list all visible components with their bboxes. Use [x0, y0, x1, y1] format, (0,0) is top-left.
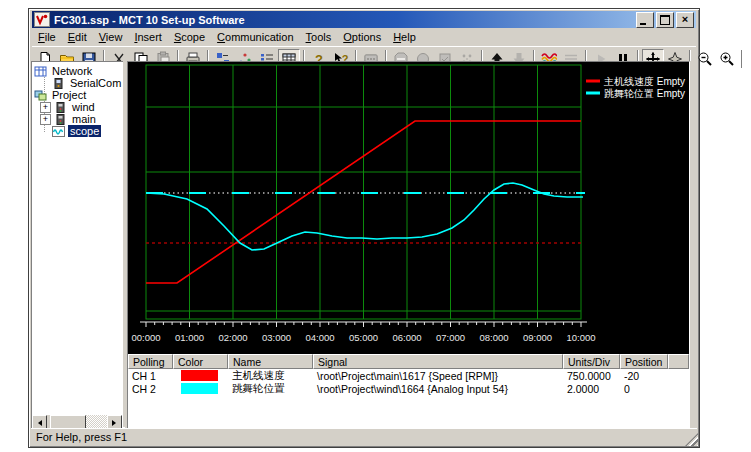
channel-color-swatch	[173, 370, 228, 381]
column-header-spacer[interactable]	[668, 354, 689, 369]
tree-item-network[interactable]: Network	[32, 65, 124, 77]
client-area: NetworkSerialComProject+wind+mainscope 0…	[31, 61, 695, 427]
app-window: FC301.ssp - MCT 10 Set-up Software × Fil…	[28, 8, 700, 448]
menu-edit[interactable]: Edit	[62, 30, 93, 44]
expand-icon[interactable]: +	[40, 114, 51, 125]
x-axis-label: 02:000	[218, 332, 247, 343]
maximize-button[interactable]	[656, 12, 674, 28]
scroll-right-button[interactable]	[107, 415, 122, 429]
scrollbar-thumb[interactable]	[50, 415, 86, 429]
x-axis-label: 09:000	[523, 332, 552, 343]
menu-scope[interactable]: Scope	[168, 30, 211, 44]
scroll-left-icon	[35, 420, 42, 426]
channel-table-body: CH 1主机线速度\root\Project\main\1617 {Speed …	[128, 369, 689, 395]
legend-label: 跳舞轮位置 Empty	[604, 88, 685, 99]
minimize-icon	[640, 23, 646, 25]
serial-icon	[52, 78, 65, 89]
cell-units-div: 750.0000	[563, 370, 620, 382]
menu-view[interactable]: View	[93, 30, 129, 44]
menu-bar: FileEditViewInsertScopeCommunicationTool…	[32, 29, 696, 45]
column-header-name[interactable]: Name	[228, 354, 313, 369]
minimize-button[interactable]	[636, 12, 654, 28]
cell-position: 0	[620, 383, 668, 395]
drive-icon	[54, 114, 67, 125]
pointer-button[interactable]	[746, 49, 751, 69]
scope-chart: 00:00001:00002:00003:00004:00005:00006:0…	[128, 62, 689, 354]
tree-item-wind[interactable]: +wind	[32, 101, 124, 113]
column-header-position[interactable]: Position	[620, 354, 668, 369]
project-tree-panel: NetworkSerialComProject+wind+mainscope	[31, 61, 125, 429]
cell-units-div: 2.0000	[563, 383, 620, 395]
zoom-out-icon	[697, 51, 713, 67]
project-icon	[34, 90, 47, 101]
x-axis-label: 03:000	[262, 332, 291, 343]
x-axis-label: 01:000	[175, 332, 204, 343]
tree-label[interactable]: SerialCom	[68, 77, 123, 89]
menu-file[interactable]: File	[32, 30, 62, 44]
project-tree: NetworkSerialComProject+wind+mainscope	[32, 65, 124, 137]
menu-help[interactable]: Help	[387, 30, 422, 44]
tree-item-project[interactable]: Project	[32, 89, 124, 101]
channel-table-header[interactable]: PollingColorNameSignalUnits/DivPosition	[128, 354, 689, 369]
tree-item-serialcom[interactable]: SerialCom	[32, 77, 124, 89]
tree-label[interactable]: main	[70, 113, 98, 125]
tree-label[interactable]: Network	[50, 65, 94, 77]
tree-label[interactable]: wind	[70, 101, 97, 113]
menu-tools[interactable]: Tools	[300, 30, 338, 44]
x-axis-label: 00:000	[131, 332, 160, 343]
drive-icon	[54, 102, 67, 113]
table-row[interactable]: CH 1主机线速度\root\Project\main\1617 {Speed …	[128, 369, 689, 382]
x-axis-label: 08:000	[479, 332, 508, 343]
menu-communication[interactable]: Communication	[211, 30, 299, 44]
zoom-in-icon	[719, 51, 735, 67]
window-title: FC301.ssp - MCT 10 Set-up Software	[54, 14, 634, 26]
cell-polling: CH 2	[128, 383, 173, 395]
legend-label: 主机线速度 Empty	[603, 76, 685, 87]
scroll-left-button[interactable]	[32, 415, 47, 429]
scope-pane: 00:00001:00002:00003:00004:00005:00006:0…	[127, 61, 690, 429]
channel-table: PollingColorNameSignalUnits/DivPosition …	[128, 354, 689, 428]
cell-signal: \root\Project\main\1617 {Speed [RPM]}	[313, 370, 563, 382]
column-header-signal[interactable]: Signal	[313, 354, 563, 369]
cell-name: 跳舞轮位置	[228, 382, 313, 396]
scope-icon	[52, 126, 65, 137]
x-axis-label: 04:000	[305, 332, 334, 343]
zoom-out-button[interactable]	[694, 49, 716, 69]
menu-insert[interactable]: Insert	[128, 30, 168, 44]
app-icon	[34, 12, 50, 27]
column-header-units-div[interactable]: Units/Div	[563, 354, 620, 369]
x-axis-label: 06:000	[392, 332, 421, 343]
network-icon	[34, 66, 47, 77]
cell-position: -20	[620, 370, 668, 382]
column-header-color[interactable]: Color	[173, 354, 228, 369]
scrollbar-track[interactable]	[86, 415, 107, 428]
title-bar[interactable]: FC301.ssp - MCT 10 Set-up Software ×	[32, 11, 696, 28]
column-header-polling[interactable]: Polling	[128, 354, 173, 369]
tree-horizontal-scrollbar[interactable]	[32, 415, 122, 428]
close-icon: ×	[677, 13, 693, 27]
status-text: For Help, press F1	[36, 431, 127, 443]
table-row[interactable]: CH 2跳舞轮位置\root\Project\wind\1664 {Analog…	[128, 382, 689, 395]
tree-label[interactable]: Project	[50, 89, 88, 101]
cell-polling: CH 1	[128, 370, 173, 382]
maximize-icon	[660, 15, 670, 25]
expand-icon[interactable]: +	[40, 102, 51, 113]
cell-name: 主机线速度	[228, 369, 313, 383]
tree-label[interactable]: scope	[68, 125, 101, 137]
x-axis-label: 10:000	[566, 332, 595, 343]
x-axis-label: 07:000	[436, 332, 465, 343]
channel-color-swatch	[173, 383, 228, 394]
tree-item-main[interactable]: +main	[32, 113, 124, 125]
x-axis-label: 05:000	[349, 332, 378, 343]
cell-signal: \root\Project\wind\1664 {Analog Input 54…	[313, 383, 563, 395]
menu-options[interactable]: Options	[337, 30, 387, 44]
tree-item-scope[interactable]: scope	[32, 125, 124, 137]
status-bar: For Help, press F1	[31, 428, 697, 445]
scroll-right-icon	[112, 420, 119, 426]
close-button[interactable]: ×	[676, 12, 694, 28]
toolbar-separator	[741, 50, 743, 68]
zoom-in-button[interactable]	[716, 49, 738, 69]
scope-chart-panel[interactable]: 00:00001:00002:00003:00004:00005:00006:0…	[128, 62, 689, 354]
